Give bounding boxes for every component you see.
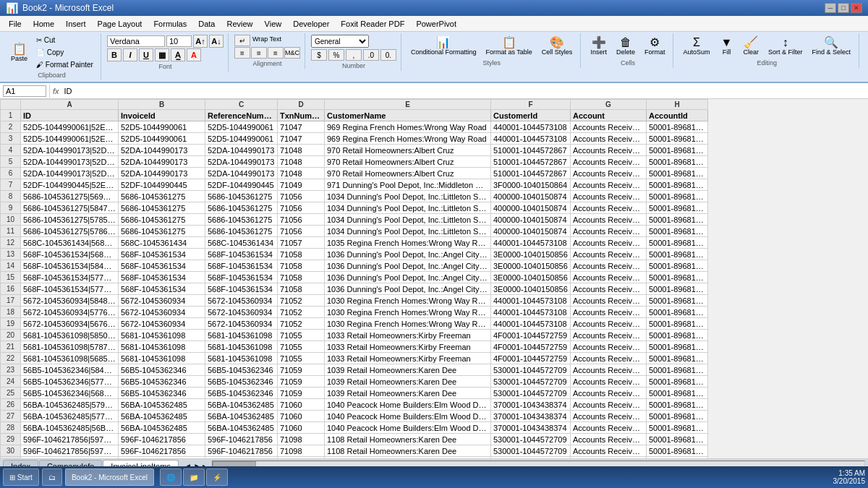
cell-row27-invoiceid[interactable]: 56BA-1045362485 [119, 411, 205, 422]
cell-row23-accountid[interactable]: 50001-896816252 [647, 364, 708, 376]
taskbar-chrome-icon[interactable]: 🌐 [160, 468, 182, 486]
border-button[interactable]: ▦ [155, 48, 169, 61]
cell-row5-invoiceid[interactable]: 52DA-1044990173 [119, 156, 205, 168]
cell-row11-refnum[interactable]: 5686-1045361275 [205, 226, 278, 237]
col-header-a[interactable]: A [21, 100, 119, 110]
cell-row18-custname[interactable]: 1030 Regina French Homes:Wrong Way Road [325, 307, 491, 318]
cell-row4-invoiceid[interactable]: 52DA-1044990173 [119, 145, 205, 156]
sort-filter-button[interactable]: ↕ Sort & Filter [765, 35, 807, 58]
cell-row29-txnnum[interactable]: 71098 [278, 434, 325, 445]
cell-row16-custname[interactable]: 1036 Dunning's Pool Depot, Inc.:Angel Ci… [325, 283, 491, 295]
cell-row7-account[interactable]: Accounts Receivable [571, 179, 647, 191]
cell-row5-custname[interactable]: 970 Retail Homeowners:Albert Cruz [325, 156, 491, 168]
cell-row2-custid[interactable]: 440001-1044573108 [491, 121, 571, 133]
cell-row21-custid[interactable]: 4F0001-1044572759 [491, 341, 571, 353]
cell-e1[interactable]: CustomerName [325, 110, 491, 121]
increase-font-button[interactable]: A↑ [193, 35, 208, 48]
cell-row9-custname[interactable]: 1034 Dunning's Pool Depot, Inc.:Littleto… [325, 202, 491, 214]
cell-row26-txnnum[interactable]: 71060 [278, 399, 325, 411]
merge-center-button[interactable]: M&C [284, 47, 300, 59]
cell-row7-refnum[interactable]: 52DF-1044990445 [205, 179, 278, 191]
cell-row9-refnum[interactable]: 5686-1045361275 [205, 202, 278, 214]
cell-row13-accountid[interactable]: 50001-896816252 [647, 249, 708, 260]
cell-row15-id[interactable]: 568F-1045361534|5774-1045361534 [21, 272, 119, 283]
cell-row19-refnum[interactable]: 5672-1045360934 [205, 318, 278, 330]
cell-row3-invoiceid[interactable]: 52D5-1044990061 [119, 133, 205, 145]
cell-row17-account[interactable]: Accounts Receivable [571, 295, 647, 307]
cell-row7-invoiceid[interactable]: 52DF-1044990445 [119, 179, 205, 191]
close-button[interactable]: ✕ [851, 3, 862, 13]
cell-row14-custid[interactable]: 3E0000-1040150856 [491, 260, 571, 272]
cell-row4-txnnum[interactable]: 71048 [278, 145, 325, 156]
cell-row8-account[interactable]: Accounts Receivable [571, 191, 647, 202]
cell-row4-custid[interactable]: 510001-1044572867 [491, 145, 571, 156]
menu-powerpivot[interactable]: PowerPivot [410, 18, 462, 30]
cell-row17-accountid[interactable]: 50001-896816252 [647, 295, 708, 307]
cell-row13-id[interactable]: 568F-1045361534|568E-1045361534 [21, 249, 119, 260]
cell-row27-account[interactable]: Accounts Receivable [571, 411, 647, 422]
cell-row2-accountid[interactable]: 50001-896816252 [647, 121, 708, 133]
cell-row15-custid[interactable]: 3E0000-1040150856 [491, 272, 571, 283]
percent-button[interactable]: % [328, 49, 344, 61]
col-header-g[interactable]: G [571, 100, 647, 110]
cell-row21-txnnum[interactable]: 71055 [278, 341, 325, 353]
cell-row25-txnnum[interactable]: 71059 [278, 388, 325, 399]
cell-row18-id[interactable]: 5672-1045360934|5776-1045360934 [21, 307, 119, 318]
cell-row17-refnum[interactable]: 5672-1045360934 [205, 295, 278, 307]
cell-row9-id[interactable]: 5686-1045361275|5847-1045361275 [21, 202, 119, 214]
cell-row2-custname[interactable]: 969 Regina French Homes:Wrong Way Road [325, 121, 491, 133]
cell-row10-id[interactable]: 5686-1045361275|5785-1045361275 [21, 214, 119, 226]
cell-row2-refnum[interactable]: 52D5-1044990061 [205, 121, 278, 133]
taskbar-app2-icon[interactable]: ⚡ [206, 468, 228, 486]
cell-row23-refnum[interactable]: 56B5-1045362346 [205, 364, 278, 376]
cell-row30-id[interactable]: 596F-1046217856|5972-1046217856 [21, 445, 119, 457]
cell-c1[interactable]: ReferenceNumber [205, 110, 278, 121]
cell-row30-custname[interactable]: 1108 Retail Homeowners:Karen Dee [325, 445, 491, 457]
cell-row11-accountid[interactable]: 50001-896816252 [647, 226, 708, 237]
cell-row28-refnum[interactable]: 56BA-1045362485 [205, 422, 278, 434]
cell-row31-txnnum[interactable]: 71098 [278, 457, 325, 459]
minimize-button[interactable]: ─ [825, 3, 836, 13]
cell-row9-invoiceid[interactable]: 5686-1045361275 [119, 202, 205, 214]
cell-row2-id[interactable]: 52D5-1044990061|52E5-1044990061 [21, 121, 119, 133]
cell-row12-invoiceid[interactable]: 568C-1045361434 [119, 237, 205, 249]
cell-row8-id[interactable]: 5686-1045361275|569D-1045361275 [21, 191, 119, 202]
cell-row24-refnum[interactable]: 56B5-1045362346 [205, 376, 278, 388]
cell-row20-account[interactable]: Accounts Receivable [571, 330, 647, 341]
cell-row23-txnnum[interactable]: 71059 [278, 364, 325, 376]
conditional-formatting-button[interactable]: 📊 Conditional Formatting [407, 35, 480, 58]
cell-row17-custname[interactable]: 1030 Regina French Homes:Wrong Way Road [325, 295, 491, 307]
cell-row8-invoiceid[interactable]: 5686-1045361275 [119, 191, 205, 202]
menu-page-layout[interactable]: Page Layout [92, 18, 148, 30]
cell-row24-txnnum[interactable]: 71059 [278, 376, 325, 388]
cell-name-box[interactable] [3, 85, 46, 97]
cell-d1[interactable]: TxnNumber [278, 110, 325, 121]
italic-button[interactable]: I [123, 48, 137, 61]
cell-row18-custid[interactable]: 440001-1044573108 [491, 307, 571, 318]
cell-row28-custname[interactable]: 1040 Peacock Home Builders:Elm Wood Driv… [325, 422, 491, 434]
cell-row10-refnum[interactable]: 5686-1045361275 [205, 214, 278, 226]
underline-button[interactable]: U [139, 48, 153, 61]
cell-row4-accountid[interactable]: 50001-896816252 [647, 145, 708, 156]
cell-row31-custname[interactable]: 1108 Retail Homeowners:Karen Dee [325, 457, 491, 459]
cell-row5-accountid[interactable]: 50001-896816252 [647, 156, 708, 168]
number-format-select[interactable]: General [311, 35, 369, 48]
cell-row20-txnnum[interactable]: 71055 [278, 330, 325, 341]
cell-row29-id[interactable]: 596F-1046217856|5971-1046217856 [21, 434, 119, 445]
cell-row26-account[interactable]: Accounts Receivable [571, 399, 647, 411]
cell-row6-id[interactable]: 52DA-1044990173|52DE-1044990173 [21, 168, 119, 179]
menu-developer[interactable]: Developer [287, 18, 335, 30]
cell-row24-account[interactable]: Accounts Receivable [571, 376, 647, 388]
col-header-h[interactable]: H [647, 100, 708, 110]
cell-h1[interactable]: AccountId [647, 110, 708, 121]
cell-row31-id[interactable]: 596F-1046217856|5972-1046217856 [21, 457, 119, 459]
cell-row22-custid[interactable]: 4F0001-1044572759 [491, 353, 571, 364]
cell-row13-invoiceid[interactable]: 568F-1045361534 [119, 249, 205, 260]
cell-row29-refnum[interactable]: 596F-1046217856 [205, 434, 278, 445]
cell-row28-custid[interactable]: 370001-1043438374 [491, 422, 571, 434]
font-name-input[interactable] [107, 35, 165, 47]
format-as-table-button[interactable]: 📋 Format as Table [482, 35, 535, 58]
cell-row27-refnum[interactable]: 56BA-1045362485 [205, 411, 278, 422]
cell-row15-invoiceid[interactable]: 568F-1045361534 [119, 272, 205, 283]
cell-row9-account[interactable]: Accounts Receivable [571, 202, 647, 214]
